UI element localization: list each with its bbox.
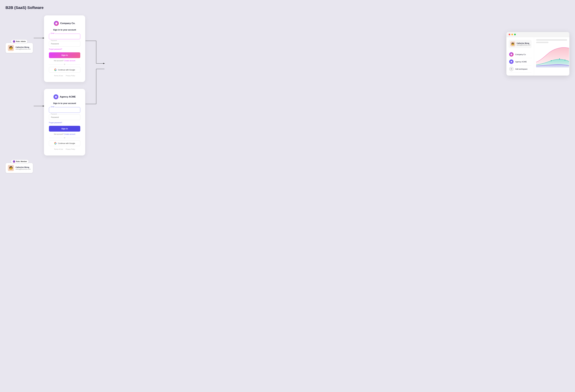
browser-left-panel: 🧑 Catherine Wong cwong@business.com: [506, 37, 534, 75]
or-divider-1: or: [49, 63, 80, 65]
password-input-2[interactable]: [49, 115, 80, 120]
user-card-member-wrapper: 👤 Role: Member 🧑 Catherine Wong cwong@bu…: [5, 163, 36, 173]
browser-titlebar: [506, 32, 569, 37]
google-icon-1: [54, 69, 57, 71]
email-input-2[interactable]: [49, 107, 80, 113]
workspace-icon-add: +: [509, 67, 514, 71]
user-info-admin: Catherine Wong cwong@business.com: [16, 46, 31, 50]
login-card-agency: Agency ACME Sign in to your account Emai…: [44, 89, 85, 156]
password-group-1: Password: [49, 41, 80, 46]
card-footer-1: Terms of Use Privacy Policy: [49, 75, 80, 76]
password-label-1: Password: [50, 40, 57, 41]
role-label-admin: Role: Admin: [16, 41, 26, 43]
workspace-icon-agency: [509, 59, 514, 64]
google-button-1[interactable]: Continue with Google: [49, 67, 80, 73]
role-label-member: Role: Member: [16, 161, 27, 162]
browser-window: 🧑 Catherine Wong cwong@business.com: [506, 32, 570, 76]
email-label-2: Email: [50, 106, 55, 108]
or-divider-2: or: [49, 137, 80, 139]
company-logo-icon: [54, 21, 59, 26]
terms-link-1[interactable]: Terms of Use: [54, 75, 63, 76]
profile-name: Catherine Wong: [517, 42, 530, 44]
privacy-link-1[interactable]: Privacy Policy: [66, 75, 75, 76]
workspace-item-add[interactable]: + Add workspace: [509, 65, 531, 73]
password-label-2: Password: [50, 113, 57, 115]
svg-point-3: [55, 96, 56, 97]
svg-point-9: [565, 60, 565, 60]
chart-svg: [536, 46, 569, 68]
user-card-admin-wrapper: 👤 Role: Admin 🧑 Catherine Wong cwong@bus…: [5, 43, 36, 53]
profile-email: cwong@business.com: [517, 44, 530, 46]
user-card-admin: 🧑 Catherine Wong cwong@business.com: [5, 43, 33, 53]
user-card-member: 🧑 Catherine Wong cwong@business.com: [5, 163, 33, 173]
workspace-icon-company: [509, 52, 514, 57]
google-button-2[interactable]: Continue with Google: [49, 140, 80, 146]
agency-signin-title: Sign in to your account: [49, 102, 80, 104]
email-group-1: Email: [49, 34, 80, 39]
dot-red: [509, 34, 510, 35]
role-badge-member: 👤 Role: Member: [11, 160, 29, 163]
profile-section: 🧑 Catherine Wong cwong@business.com: [509, 40, 531, 48]
role-icon-admin: 👤: [13, 40, 15, 43]
app-mockup: 🧑 Catherine Wong cwong@business.com: [506, 32, 570, 76]
content-bar-1: [536, 39, 567, 41]
role-icon-member: 👤: [13, 160, 15, 163]
svg-point-6: [511, 61, 512, 62]
privacy-link-2[interactable]: Privacy Policy: [66, 148, 75, 150]
agency-logo-text: Agency ACME: [60, 95, 76, 98]
workspace-label-add: Add workspace: [515, 68, 527, 70]
browser-right-panel: [534, 37, 569, 75]
signin-button-1[interactable]: Sign in: [49, 52, 80, 58]
company-logo-header: Company Co.: [49, 21, 80, 26]
content-bar-2: [536, 42, 549, 43]
not-account-1: Not account? Create account: [49, 60, 80, 62]
google-icon-2: [54, 142, 57, 144]
workspace-label-agency: Agency ACME: [515, 61, 527, 63]
svg-marker-4: [510, 54, 512, 55]
email-group-2: Email: [49, 107, 80, 113]
company-signin-title: Sign in to your account: [49, 29, 80, 31]
user-name-admin: Catherine Wong: [16, 46, 31, 48]
forgot-link-1[interactable]: Forgot password?: [49, 48, 80, 50]
role-badge-admin: 👤 Role: Admin: [11, 40, 27, 43]
profile-info: Catherine Wong cwong@business.com: [517, 42, 530, 46]
card-footer-2: Terms of Use Privacy Policy: [49, 148, 80, 150]
terms-link-2[interactable]: Terms of Use: [54, 148, 63, 150]
not-account-2: Not account? Create account: [49, 133, 80, 135]
workspace-item-agency[interactable]: Agency ACME: [509, 58, 531, 65]
workspace-label-company: Company Co.: [515, 53, 526, 55]
login-card-company: Company Co. Sign in to your account Emai…: [44, 15, 85, 82]
connection-lines: [5, 15, 570, 139]
create-account-link-1[interactable]: Create account: [64, 60, 75, 62]
user-email-member: cwong@business.com: [16, 168, 31, 170]
avatar-admin: 🧑: [8, 45, 14, 51]
avatar-member: 🧑: [8, 165, 14, 171]
email-label-1: Email: [50, 33, 55, 34]
dot-yellow: [511, 34, 513, 35]
user-info-member: Catherine Wong cwong@business.com: [16, 166, 31, 170]
create-account-link-2[interactable]: Create account: [64, 133, 75, 135]
company-logo-text: Company Co.: [60, 22, 75, 25]
profile-avatar: 🧑: [510, 42, 515, 46]
agency-logo-icon: [53, 94, 58, 99]
browser-content: 🧑 Catherine Wong cwong@business.com: [506, 37, 569, 75]
workspace-item-company[interactable]: Company Co.: [509, 51, 531, 58]
forgot-link-2[interactable]: Forgot password?: [49, 122, 80, 124]
svg-point-8: [559, 59, 560, 59]
dot-green: [514, 34, 516, 35]
agency-logo-header: Agency ACME: [49, 94, 80, 99]
page-title: B2B (SaaS) Software: [5, 5, 570, 10]
password-group-2: Password: [49, 115, 80, 120]
user-email-admin: cwong@business.com: [16, 48, 31, 50]
email-input-1[interactable]: [49, 34, 80, 39]
signin-button-2[interactable]: Sign in: [49, 126, 80, 132]
svg-point-7: [551, 60, 552, 61]
user-name-member: Catherine Wong: [16, 166, 31, 168]
password-input-1[interactable]: [49, 41, 80, 46]
